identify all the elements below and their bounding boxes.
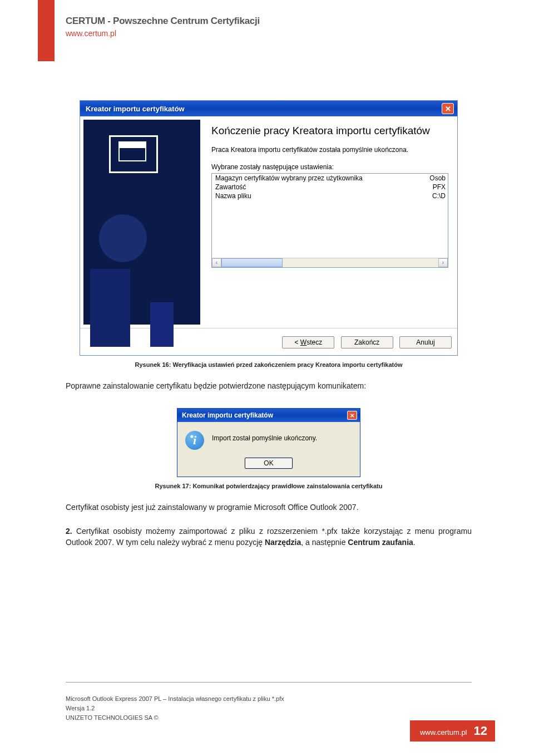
wizard-footer: < Wstecz Zakończ Anuluj [80, 328, 457, 355]
wizard-heading: Kończenie pracy Kreatora importu certyfi… [211, 124, 448, 138]
dialog-message: Import został pomyślnie ukończony. [212, 431, 317, 442]
scroll-track[interactable] [221, 258, 438, 267]
certificate-icon [109, 135, 158, 173]
page-content: Kreator importu certyfikatów ✕ Kończenie… [66, 100, 472, 548]
wizard-titlebar: Kreator importu certyfikatów ✕ [80, 101, 457, 116]
scroll-left-icon[interactable]: ‹ [212, 258, 221, 267]
ok-button[interactable]: OK [245, 458, 293, 469]
footer-line: UNIZETO TECHNOLOGIES SA © [66, 713, 284, 723]
wizard-side-banner [83, 120, 200, 325]
back-button[interactable]: < Wstecz [282, 336, 334, 348]
menu-name: Narzędzia [265, 538, 301, 547]
footer-line: Microsoft Outlook Express 2007 PL – Inst… [66, 694, 284, 704]
close-icon[interactable]: ✕ [442, 103, 454, 114]
confirm-dialog: Kreator importu certyfikatów ✕ i Import … [177, 408, 360, 477]
footer-url: www.certum.pl [420, 728, 467, 737]
footer-line: Wersja 1.2 [66, 704, 284, 713]
page-footer: Microsoft Outlook Express 2007 PL – Inst… [66, 694, 284, 723]
header-url: www.certum.pl [66, 29, 260, 38]
table-row: Zawartość PFX [212, 183, 448, 192]
setting-value: Osob [419, 174, 448, 183]
scroll-thumb[interactable] [221, 258, 283, 267]
dialog-buttons: OK [177, 458, 360, 477]
footer-divider [66, 682, 472, 683]
figure-caption-17: Rysunek 17: Komunikat potwierdzający pra… [66, 483, 472, 489]
dialog-titlebar: Kreator importu certyfikatów ✕ [177, 409, 360, 422]
wizard-title: Kreator importu certyfikatów [86, 105, 185, 113]
setting-key: Nazwa pliku [212, 192, 419, 200]
setting-value: C:\D [419, 192, 448, 200]
wizard-settings-list: Magazyn certyfikatów wybrany przez użytk… [211, 173, 448, 268]
wizard-body: Kończenie pracy Kreatora importu certyfi… [80, 116, 457, 328]
page-number: 12 [474, 724, 487, 738]
dialog-body: i Import został pomyślnie ukończony. [177, 422, 360, 458]
page-number-box: www.certum.pl 12 [410, 720, 495, 742]
wizard-settings-label: Wybrane zostały następujące ustawienia: [211, 163, 448, 171]
paragraph: Certyfikat osobisty jest już zainstalowa… [66, 502, 472, 513]
setting-value: PFX [419, 183, 448, 192]
setting-key: Zawartość [212, 183, 419, 192]
header-title: CERTUM - Powszechne Centrum Certyfikacji [66, 16, 260, 27]
info-icon: i [185, 431, 204, 450]
wizard-main: Kończenie pracy Kreatora importu certyfi… [204, 116, 457, 328]
header-red-bar [38, 0, 55, 61]
table-row: Nazwa pliku C:\D [212, 192, 448, 200]
dialog-title: Kreator importu certyfikatów [182, 411, 273, 419]
paragraph: 2. Certyfikat osobisty możemy zaimportow… [66, 526, 472, 548]
figure-caption-16: Rysunek 16: Weryfikacja ustawień przed z… [66, 361, 472, 368]
cancel-button[interactable]: Anuluj [399, 336, 452, 348]
setting-key: Magazyn certyfikatów wybrany przez użytk… [212, 174, 419, 183]
close-icon[interactable]: ✕ [347, 411, 357, 420]
table-row: Magazyn certyfikatów wybrany przez użytk… [212, 174, 448, 183]
list-number: 2. [66, 527, 72, 536]
horizontal-scrollbar[interactable]: ‹ › [212, 258, 448, 267]
finish-button[interactable]: Zakończ [341, 336, 393, 348]
scroll-right-icon[interactable]: › [438, 258, 448, 267]
menu-name: Centrum zaufania [348, 538, 413, 547]
paragraph: Poprawne zainstalowanie certyfikatu będz… [66, 380, 472, 391]
wizard-description: Praca Kreatora importu certyfikatów zost… [211, 145, 448, 154]
wizard-window: Kreator importu certyfikatów ✕ Kończenie… [80, 100, 458, 356]
page-header: CERTUM - Powszechne Centrum Certyfikacji… [66, 16, 260, 38]
